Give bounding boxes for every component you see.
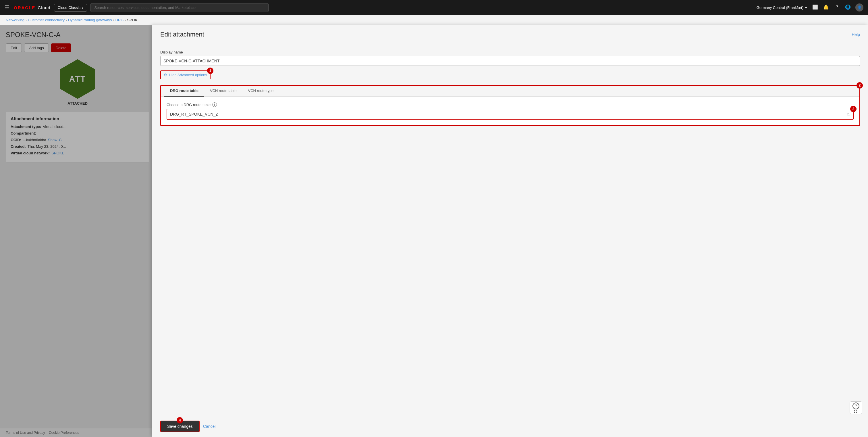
user-avatar[interactable]: 👤: [855, 3, 863, 11]
drg-route-table-content: Choose a DRG route table ℹ 3 DRG_RT_SPOK…: [161, 96, 859, 125]
cancel-button[interactable]: Cancel: [203, 424, 216, 429]
notification-bell-icon[interactable]: 🔔: [823, 3, 830, 10]
oracle-logo: ORACLE Cloud: [14, 5, 51, 10]
search-input[interactable]: [91, 3, 269, 12]
route-tabs-area: 2 DRG route table VCN route table VCN ro…: [160, 85, 860, 126]
cloud-shell-icon[interactable]: ⬜: [812, 3, 818, 10]
breadcrumb-sep-3: ›: [113, 18, 114, 22]
top-navigation: ☰ ORACLE Cloud Cloud Classic › Germany C…: [0, 0, 868, 15]
drg-route-table-select[interactable]: DRG_RT_SPOKE_VCN_2 DRG_RT_SPOKE_VCN_1 DR…: [167, 109, 853, 119]
panel-body: Display name ⚙ Hide Advanced options 1 2…: [152, 43, 868, 416]
breadcrumb-drg[interactable]: DRG: [115, 18, 124, 22]
drg-route-table-info-icon[interactable]: ℹ: [212, 103, 217, 107]
annotation-badge-1: 1: [207, 67, 213, 74]
nav-right-area: Germany Central (Frankfurt) ▾ ⬜ 🔔 ? 🌐 👤: [756, 3, 863, 11]
breadcrumb-sep-2: ›: [66, 18, 67, 22]
main-area: SPOKE-VCN-C-A Edit Add tags Delete ATT A…: [0, 25, 868, 437]
panel-header: Edit attachment Help: [152, 25, 868, 43]
edit-attachment-panel: Edit attachment Help Display name ⚙ Hide…: [152, 25, 868, 437]
display-name-label: Display name: [160, 50, 860, 54]
breadcrumb-sep-1: ›: [26, 18, 27, 22]
drg-route-table-select-wrapper: 3 DRG_RT_SPOKE_VCN_2 DRG_RT_SPOKE_VCN_1 …: [166, 109, 854, 120]
nav-icons-group: ⬜ 🔔 ? 🌐 👤: [812, 3, 863, 11]
tabs-header: DRG route table VCN route table VCN rout…: [161, 86, 859, 96]
cloud-classic-button[interactable]: Cloud Classic ›: [54, 4, 87, 11]
panel-title: Edit attachment: [160, 31, 204, 38]
help-dot-3: [854, 412, 855, 413]
breadcrumb-dynamic-routing-gateways[interactable]: Dynamic routing gateways: [68, 18, 112, 22]
panel-footer: 4 Save changes Cancel: [152, 416, 868, 437]
help-question-icon[interactable]: ?: [834, 3, 840, 10]
display-name-input[interactable]: [160, 56, 860, 66]
annotation-badge-3: 3: [850, 106, 857, 112]
tab-vcn-route-type[interactable]: VCN route type: [242, 86, 279, 96]
oracle-text: ORACLE: [14, 5, 35, 10]
help-dot-1: [854, 410, 855, 411]
tab-vcn-route-table[interactable]: VCN route table: [204, 86, 242, 96]
tab-drg-route-table[interactable]: DRG route table: [164, 86, 204, 96]
breadcrumb-customer-connectivity[interactable]: Customer connectivity: [28, 18, 65, 22]
help-dot-4: [856, 412, 857, 413]
help-widget-circle: ?: [852, 403, 859, 409]
hamburger-menu-icon[interactable]: ☰: [5, 4, 9, 11]
help-widget[interactable]: ?: [849, 401, 862, 414]
breadcrumb: Networking › Customer connectivity › Dyn…: [0, 15, 868, 25]
annotation-badge-2: 2: [857, 82, 863, 89]
annotation-badge-4: 4: [177, 417, 183, 424]
region-selector[interactable]: Germany Central (Frankfurt) ▾: [756, 5, 807, 10]
breadcrumb-networking[interactable]: Networking: [6, 18, 24, 22]
help-widget-dots: [854, 410, 858, 413]
drg-route-table-label: Choose a DRG route table ℹ: [166, 103, 854, 107]
cloud-text: Cloud: [38, 5, 50, 10]
language-globe-icon[interactable]: 🌐: [844, 3, 851, 10]
advanced-options-icon: ⚙: [164, 73, 167, 77]
hide-advanced-options-link[interactable]: ⚙ Hide Advanced options 1: [160, 70, 211, 79]
advanced-options-label: Hide Advanced options: [169, 73, 207, 77]
help-dot-2: [856, 410, 857, 411]
breadcrumb-current: SPOK...: [127, 18, 141, 22]
breadcrumb-sep-4: ›: [125, 18, 126, 22]
save-button-wrapper: 4 Save changes: [160, 420, 199, 432]
help-link[interactable]: Help: [851, 32, 860, 37]
